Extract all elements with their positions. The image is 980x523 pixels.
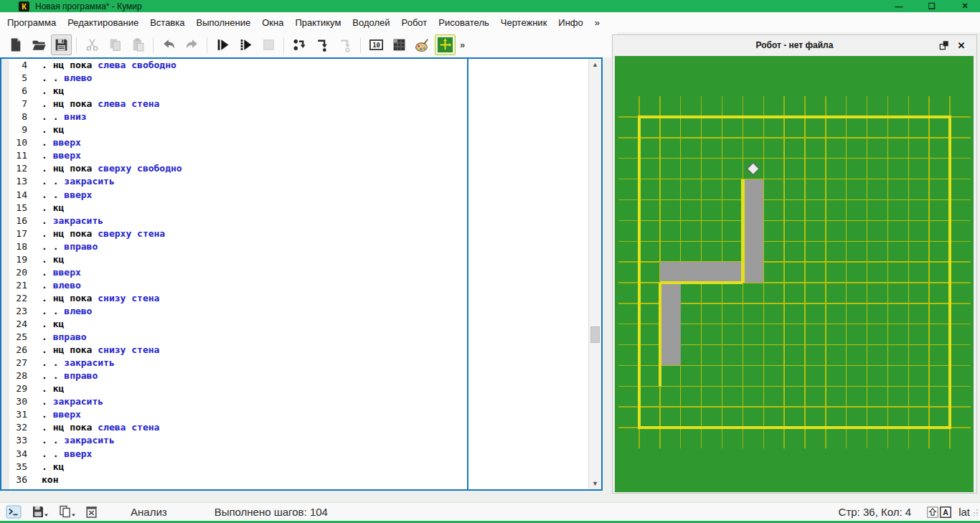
menu-item-7[interactable]: Водолей [347, 17, 395, 28]
painter-icon[interactable] [412, 34, 433, 55]
code-line-31: 31. вверх [4, 409, 81, 422]
code-text: . . влево [42, 72, 92, 85]
menu-item-2[interactable]: Редактирование [62, 17, 144, 28]
title-bar: К Новая программа* - Кумир — ❑ ✕ [0, 0, 980, 12]
paste-icon [128, 34, 149, 55]
open-file-icon[interactable] [28, 34, 49, 55]
maximize-button[interactable]: ❑ [921, 0, 943, 12]
menu-item-11[interactable]: Инфо [552, 17, 588, 28]
code-text: . . вверх [42, 189, 92, 202]
step-over-icon[interactable] [289, 34, 310, 55]
robot-field[interactable] [615, 56, 974, 492]
line-number: 5 [4, 72, 27, 85]
close-button[interactable]: ✕ [954, 0, 976, 12]
code-line-23: 23. . влево [4, 306, 92, 319]
line-number: 18 [4, 241, 27, 254]
line-number: 4 [4, 60, 27, 72]
code-text: . . вверх [42, 448, 92, 461]
toolbar-overflow-icon[interactable]: » [460, 39, 465, 50]
code-line-9: 9. кц [4, 124, 64, 137]
code-text: . . влево [42, 306, 92, 319]
code-text: . . закрасить [42, 176, 115, 189]
line-number: 30 [4, 396, 27, 409]
toolbar-separator [283, 37, 284, 53]
line-number: 34 [4, 448, 27, 461]
code-line-12: 12. нц пока сверху свободно [4, 163, 182, 176]
undo-icon[interactable] [159, 34, 179, 55]
run-step-icon[interactable] [235, 34, 256, 55]
code-text: . кц [42, 202, 64, 215]
line-number: 17 [4, 228, 27, 241]
code-text: . кц [42, 254, 64, 267]
save-results-icon[interactable] [32, 505, 49, 519]
scroll-down-icon[interactable]: ▼ [589, 478, 601, 489]
code-text: . вверх [42, 137, 81, 150]
toolbar-separator [360, 37, 361, 53]
editor-vscrollbar[interactable]: ▲ ▼ [588, 59, 601, 489]
value-display-icon[interactable]: 10 [366, 34, 387, 55]
menu-item-3[interactable]: Вставка [144, 17, 190, 28]
run-icon[interactable] [212, 34, 233, 55]
float-window-icon[interactable] [938, 39, 951, 51]
code-text: . кц [42, 461, 64, 474]
line-number: 24 [4, 319, 27, 331]
code-line-30: 30. закрасить [4, 396, 103, 409]
code-text: . кц [42, 85, 64, 98]
line-number: 32 [4, 422, 27, 435]
menu-item-9[interactable]: Рисователь [433, 17, 494, 28]
line-number: 33 [4, 435, 27, 448]
code-text: . . вправо [42, 370, 98, 383]
robot-panel-header: Робот - нет файла ✕ [613, 35, 976, 55]
code-line-36: 36кон [4, 474, 58, 487]
code-line-8: 8. . вниз [4, 111, 87, 124]
code-editor[interactable]: 4. нц пока слева свободно5. . влево6. кц… [0, 57, 603, 491]
copy-icon [105, 34, 126, 55]
code-text: . закрасить [42, 396, 103, 409]
line-number: 11 [4, 150, 27, 163]
line-number: 23 [4, 306, 27, 319]
line-number: 29 [4, 383, 27, 396]
clear-results-icon[interactable] [85, 505, 98, 519]
line-number: 21 [4, 280, 27, 293]
robot-panel-title: Робот - нет файла [756, 40, 834, 50]
code-text: . вверх [42, 409, 81, 422]
code-text: . нц пока снизу стена [42, 293, 159, 306]
line-number: 19 [4, 254, 27, 267]
field-grid-icon[interactable] [389, 34, 410, 55]
save-file-icon[interactable] [51, 34, 72, 55]
code-line-13: 13. . закрасить [4, 176, 115, 189]
close-panel-icon[interactable]: ✕ [955, 39, 968, 51]
code-line-15: 15. кц [4, 202, 64, 215]
menu-item-1[interactable]: Программа [1, 17, 62, 28]
line-number: 8 [4, 111, 27, 124]
minimize-button[interactable]: — [888, 0, 910, 12]
code-line-10: 10. вверх [4, 137, 81, 150]
robot-field-icon[interactable] [435, 34, 456, 55]
scrollbar-thumb[interactable] [590, 326, 600, 343]
step-into-icon[interactable] [312, 34, 333, 55]
menu-item-12[interactable]: » [589, 17, 606, 28]
code-text: . . закрасить [42, 435, 115, 448]
menu-item-5[interactable]: Окна [256, 17, 289, 28]
scroll-up-icon[interactable]: ▲ [589, 59, 601, 70]
code-line-22: 22. нц пока снизу стена [4, 293, 159, 306]
code-line-6: 6. кц [4, 85, 64, 98]
console-indicator-icon[interactable] [6, 505, 22, 519]
code-line-24: 24. кц [4, 319, 64, 331]
menu-item-4[interactable]: Выполнение [190, 17, 256, 28]
menu-item-8[interactable]: Робот [396, 17, 433, 28]
redo-icon[interactable] [182, 34, 202, 55]
new-file-icon[interactable] [5, 34, 26, 55]
code-line-34: 34. . вверх [4, 448, 92, 461]
code-line-18: 18. . вправо [4, 241, 98, 254]
toolbar-separator [153, 37, 154, 53]
menu-item-6[interactable]: Практикум [289, 17, 347, 28]
resize-grip[interactable] [971, 506, 979, 518]
copy-results-icon[interactable] [59, 505, 76, 519]
code-line-28: 28. . вправо [4, 370, 98, 383]
code-text: . кц [42, 383, 64, 396]
code-line-21: 21. влево [4, 280, 81, 293]
menu-item-10[interactable]: Чертежник [495, 17, 553, 28]
code-text: . нц пока слева свободно [42, 60, 176, 72]
line-number: 10 [4, 137, 27, 150]
